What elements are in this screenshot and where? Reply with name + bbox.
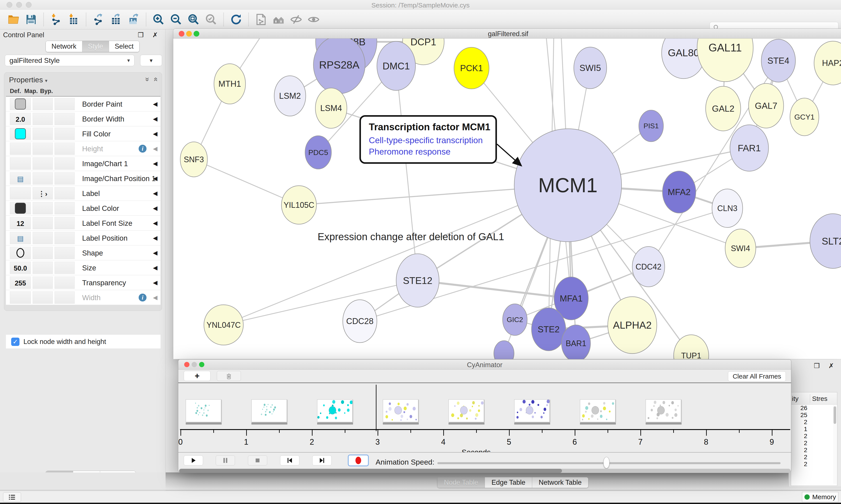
property-row-label-color[interactable]: Label Color◀: [6, 201, 161, 216]
default-value[interactable]: 12: [10, 220, 31, 228]
expand-property-icon[interactable]: ◀: [153, 249, 158, 256]
node-STE12[interactable]: STE12: [396, 254, 439, 307]
tab-edge-table[interactable]: Edge Table: [485, 477, 532, 488]
property-row-border-paint[interactable]: Border Paint◀: [6, 96, 161, 111]
default-value[interactable]: 255: [10, 280, 31, 287]
node-MTH1[interactable]: MTH1: [214, 64, 246, 104]
save-button[interactable]: [23, 12, 39, 27]
network-graph[interactable]: RPS28BDCP1RPS28ADMC1PCK1MTH1LSM2LSM4SNF3…: [173, 38, 841, 359]
table-cell[interactable]: 2: [791, 461, 837, 468]
tab-select[interactable]: Select: [109, 41, 139, 52]
add-frame-button[interactable]: +: [184, 371, 211, 381]
expand-property-icon[interactable]: ◀: [153, 190, 158, 197]
hide-selected-button[interactable]: [288, 12, 304, 27]
delete-frame-button[interactable]: [217, 371, 241, 381]
show-all-button[interactable]: [306, 12, 321, 27]
frame-thumbnail-3[interactable]: [383, 399, 418, 422]
edge[interactable]: [418, 281, 571, 299]
node-LSM2[interactable]: LSM2: [274, 76, 306, 116]
node-SWI4[interactable]: SWI4: [725, 229, 756, 268]
import-network-button[interactable]: [48, 12, 64, 27]
network-file-button[interactable]: [253, 12, 269, 27]
frame-thumbnail-7[interactable]: [646, 399, 681, 422]
frame-thumbnail-0[interactable]: [186, 399, 221, 422]
table-cell[interactable]: 25: [791, 412, 837, 419]
table-cell[interactable]: 2: [791, 433, 837, 439]
node-CLN3[interactable]: CLN3: [712, 189, 742, 228]
property-row-shape[interactable]: Shape◀: [6, 246, 161, 260]
table-cell[interactable]: 2: [791, 454, 837, 461]
frame-thumbnail-4[interactable]: [449, 399, 484, 422]
property-row-label-font-size[interactable]: 12Label Font Size◀: [6, 216, 161, 231]
table-scrollbar[interactable]: [833, 405, 837, 484]
refresh-button[interactable]: [229, 12, 244, 27]
node-CDC42[interactable]: CDC42: [632, 247, 665, 287]
info-icon[interactable]: i: [139, 293, 146, 302]
import-table-button[interactable]: [66, 12, 81, 27]
node-GIC2[interactable]: GIC2: [503, 304, 527, 336]
position-icon[interactable]: ▤: [10, 175, 31, 183]
discrete-mapping-icon[interactable]: ⋮›: [33, 190, 53, 198]
frame-thumbnail-6[interactable]: [580, 399, 615, 422]
table-cell[interactable]: 2: [791, 447, 837, 454]
timeline-scrollbar-thumb[interactable]: [179, 469, 562, 473]
tab-network[interactable]: Network: [46, 41, 82, 52]
node-DMC1[interactable]: DMC1: [377, 41, 415, 90]
network-window-titlebar[interactable]: galFiltered.sif: [173, 29, 841, 38]
tab-network-table[interactable]: Network Table: [532, 477, 588, 488]
node-CDC28[interactable]: CDC28: [343, 300, 377, 343]
table-cell[interactable]: 2: [791, 419, 837, 426]
frame-thumbnail-1[interactable]: [251, 399, 287, 422]
clear-all-frames-button[interactable]: Clear All Frames: [728, 371, 786, 381]
column-header[interactable]: ity: [792, 395, 799, 402]
expand-property-icon[interactable]: ◀: [153, 279, 158, 286]
expand-property-icon[interactable]: ◀: [153, 145, 158, 152]
frame-thumbnail-5[interactable]: [514, 399, 550, 422]
default-value[interactable]: 2.0: [10, 115, 31, 124]
pause-button[interactable]: [216, 455, 235, 466]
color-swatch[interactable]: [15, 203, 26, 214]
property-row-image-chart-1[interactable]: Image/Chart 1◀: [6, 156, 161, 171]
node-PIS1[interactable]: PIS1: [639, 110, 663, 142]
property-row-height[interactable]: Heighti◀: [6, 141, 161, 156]
property-row-fill-color[interactable]: Fill Color◀: [6, 126, 161, 141]
color-swatch[interactable]: [15, 98, 26, 109]
close-panel-icon[interactable]: ✗: [828, 362, 838, 370]
animation-speed-slider-thumb[interactable]: [603, 457, 609, 468]
tab-style[interactable]: Style: [82, 41, 109, 52]
annotation-box[interactable]: Transcription factor MCM1 Cell-type-spec…: [359, 115, 497, 164]
play-button[interactable]: [184, 455, 203, 466]
node-SWI5[interactable]: SWI5: [574, 47, 607, 89]
node-GAL7[interactable]: GAL7: [749, 84, 784, 128]
property-row-size[interactable]: 50.0Size◀: [6, 260, 161, 275]
skip-to-end-button[interactable]: [312, 455, 332, 466]
position-icon[interactable]: ▤: [10, 234, 31, 242]
timeline-scrollbar[interactable]: [179, 469, 791, 473]
property-row-image-chart-position-1[interactable]: ▤Image/Chart Position 1◀: [6, 171, 161, 186]
column-header[interactable]: Stres: [812, 395, 827, 402]
property-row-label-position[interactable]: ▤Label Position◀: [6, 231, 161, 246]
node-MCM1[interactable]: MCM1: [514, 129, 622, 242]
frames-timeline[interactable]: Seconds 0123456789: [178, 383, 791, 452]
table-header[interactable]: ity Stres: [791, 392, 837, 404]
cyanimator-titlebar[interactable]: CyAnimator: [178, 360, 791, 370]
expand-property-icon[interactable]: ◀: [153, 294, 158, 301]
frame-thumbnail-2[interactable]: [317, 399, 353, 422]
export-image-button[interactable]: [126, 12, 141, 27]
float-panel-icon[interactable]: ❒: [138, 31, 148, 39]
table-cell[interactable]: 1: [791, 426, 837, 433]
node-FAR1[interactable]: FAR1: [730, 125, 769, 171]
network-canvas[interactable]: RPS28BDCP1RPS28ADMC1PCK1MTH1LSM2LSM4SNF3…: [173, 38, 841, 359]
edge[interactable]: [223, 281, 418, 325]
annotation-link[interactable]: Cell-type-specific transcription: [369, 136, 496, 145]
expand-property-icon[interactable]: ◀: [153, 160, 158, 167]
task-history-button[interactable]: [3, 492, 21, 502]
color-swatch[interactable]: [15, 128, 26, 139]
zoom-out-button[interactable]: [168, 12, 184, 27]
annotation-link[interactable]: Pheromone response: [369, 147, 496, 157]
node-YNL047C[interactable]: YNL047C: [204, 305, 243, 345]
table-cell[interactable]: 2: [791, 439, 837, 447]
open-folder-button[interactable]: [6, 12, 21, 27]
zoom-selected-button[interactable]: [203, 12, 219, 27]
node-YIL105C[interactable]: YIL105C: [282, 186, 317, 224]
